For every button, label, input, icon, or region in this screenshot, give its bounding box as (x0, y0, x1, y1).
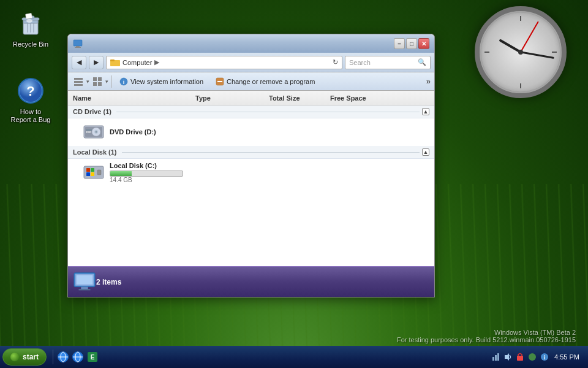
recycle-bin-label: Recycle Bin (13, 40, 48, 48)
address-text: Computer (123, 59, 152, 66)
svg-rect-45 (97, 170, 101, 175)
taskbar-clock[interactable]: 4:55 PM (552, 353, 582, 361)
svg-rect-18 (76, 46, 80, 47)
minimize-button[interactable]: – (394, 38, 405, 49)
ie-icon-2 (72, 351, 84, 363)
view-system-info-label: View system information (130, 78, 203, 85)
svg-rect-22 (74, 78, 83, 80)
search-icon: 🔍 (418, 58, 426, 66)
recycle-bin-icon[interactable]: Recycle Bin (6, 6, 55, 51)
change-remove-icon (216, 77, 224, 86)
svg-rect-25 (93, 77, 97, 81)
clock-widget (472, 6, 570, 104)
address-field[interactable]: Computer ▶ ↻ (106, 56, 342, 69)
group-cd-line (116, 112, 420, 112)
system-tray: i 4:55 PM (487, 352, 586, 362)
search-placeholder: Search (349, 59, 371, 66)
group-cd-collapse[interactable]: ▲ (422, 108, 429, 115)
view-details-btn[interactable] (72, 75, 85, 88)
dvd-drive-info: DVD Drive (D:) (110, 128, 429, 136)
start-orb (10, 353, 19, 361)
change-remove-label: Change or remove a program (227, 78, 315, 85)
title-bar: – □ ✕ (68, 34, 434, 53)
local-disk-free: 14.4 GB (110, 177, 429, 183)
column-headers: Name Type Total Size Free Space (68, 91, 434, 105)
tray-misc-icon1[interactable] (527, 352, 537, 362)
tray-volume-icon[interactable] (503, 352, 513, 362)
toolbar: ▾ ▾ i View system information (68, 72, 434, 91)
svg-point-66 (529, 353, 536, 361)
svg-rect-41 (86, 168, 90, 172)
svg-rect-21 (110, 59, 115, 61)
group-cd-drive[interactable]: CD Drive (1) ▲ (68, 105, 434, 118)
svg-rect-63 (497, 353, 499, 361)
view-large-dropdown[interactable]: ▾ (105, 79, 108, 85)
how-to-label: How to Report a Bug (11, 108, 51, 124)
quicklaunch-ie[interactable] (56, 349, 70, 365)
misc-icon: E (86, 351, 99, 363)
address-refresh[interactable]: ↻ (333, 58, 338, 66)
how-to-bug-icon[interactable]: ? How to Report a Bug (6, 74, 55, 126)
toolbar-more[interactable]: » (426, 77, 431, 86)
close-button[interactable]: ✕ (418, 38, 429, 49)
start-button[interactable]: start (2, 348, 47, 366)
drive-bar-container (110, 171, 183, 177)
start-label: start (23, 353, 39, 361)
col-name[interactable]: Name (73, 94, 195, 102)
window-icon (73, 39, 83, 48)
watermark-line2: For testing purposes only. Build 5212.wi… (397, 336, 576, 343)
svg-rect-50 (77, 275, 93, 284)
view-system-info-btn[interactable]: i View system information (114, 75, 209, 88)
explorer-window: – □ ✕ ◀ ▶ Computer ▶ ↻ Search 🔍 (67, 34, 435, 297)
group-local-disk[interactable]: Local Disk (1) ▲ (68, 146, 434, 159)
view-large-btn[interactable] (91, 75, 104, 88)
svg-text:?: ? (26, 83, 34, 99)
svg-rect-24 (74, 84, 83, 86)
svg-rect-43 (86, 172, 90, 176)
toolbar-sep1 (111, 75, 111, 88)
local-disk-name: Local Disk (C:) (110, 162, 429, 169)
group-local-collapse[interactable]: ▲ (422, 148, 429, 156)
maximize-button[interactable]: □ (406, 38, 417, 49)
col-total-size[interactable]: Total Size (269, 94, 330, 102)
vista-watermark: Windows Vista (TM) Beta 2 For testing pu… (397, 329, 576, 343)
col-free-space[interactable]: Free Space (330, 94, 391, 102)
view-buttons: ▾ ▾ (72, 75, 108, 88)
status-computer-icon (73, 270, 96, 294)
back-button[interactable]: ◀ (72, 56, 86, 69)
svg-rect-44 (91, 172, 94, 176)
svg-rect-26 (98, 77, 102, 81)
tray-network-icon[interactable] (491, 352, 500, 362)
system-info-icon: i (119, 77, 128, 86)
tray-misc-icon2[interactable]: i (540, 352, 549, 362)
quicklaunch-misc[interactable]: E (85, 349, 100, 365)
svg-rect-8 (25, 13, 32, 19)
svg-rect-42 (91, 168, 94, 172)
watermark-line1: Windows Vista (TM) Beta 2 (397, 329, 576, 336)
ie-icon-1 (57, 351, 69, 363)
title-bar-controls (73, 39, 83, 48)
svg-rect-32 (217, 81, 222, 82)
taskbar-sep1 (53, 350, 53, 364)
col-type[interactable]: Type (195, 94, 269, 102)
dvd-drive-name: DVD Drive (D:) (110, 128, 429, 136)
svg-marker-64 (505, 353, 509, 361)
svg-rect-19 (75, 47, 81, 48)
dvd-drive-icon: DVD (83, 121, 105, 143)
svg-rect-62 (495, 355, 497, 361)
svg-rect-17 (74, 40, 82, 46)
local-disk-icon (83, 161, 105, 183)
group-local-label: Local Disk (1) (73, 148, 117, 156)
tray-security-icon[interactable] (515, 352, 525, 362)
address-arrow: ▶ (154, 58, 159, 66)
forward-button[interactable]: ▶ (89, 56, 104, 69)
drive-bar-fill (110, 171, 132, 176)
svg-rect-48 (81, 286, 88, 289)
change-remove-btn[interactable]: Change or remove a program (210, 75, 320, 88)
search-field[interactable]: Search 🔍 (345, 56, 431, 69)
view-dropdown[interactable]: ▾ (86, 79, 89, 85)
svg-rect-61 (492, 357, 494, 361)
quicklaunch-ie2[interactable] (70, 349, 85, 365)
local-disk-row[interactable]: Local Disk (C:) 14.4 GB (68, 159, 434, 186)
dvd-drive-row[interactable]: DVD DVD Drive (D:) (68, 118, 434, 146)
